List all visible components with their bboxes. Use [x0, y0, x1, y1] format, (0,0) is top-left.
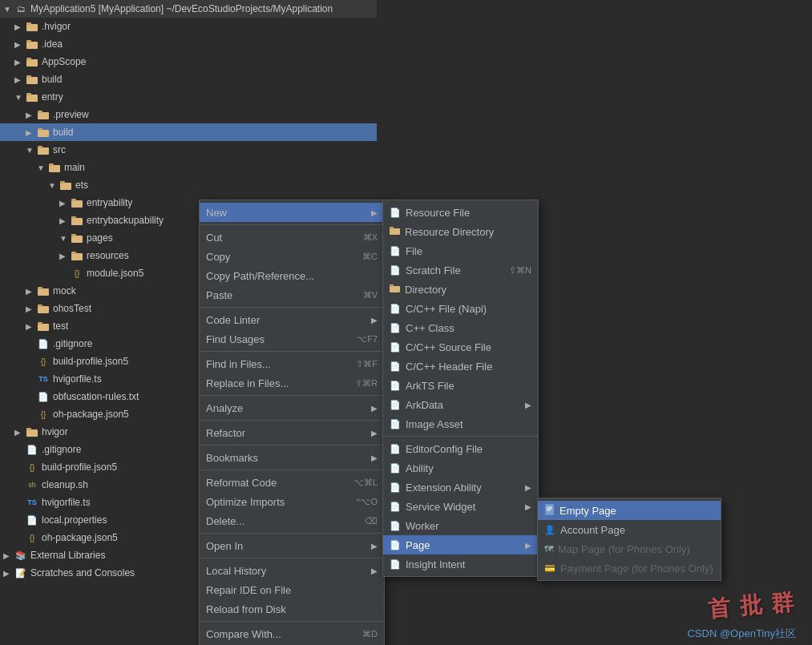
menu-item-shortcut: ⌥F7 — [357, 334, 378, 345]
menu-item-refactor[interactable]: Refactor▶ — [200, 423, 384, 442]
svg-rect-8 — [26, 95, 38, 102]
svg-rect-32 — [38, 324, 49, 331]
folder-icon — [37, 126, 50, 139]
submenu-new-item-file[interactable]: 📄File — [383, 241, 538, 260]
tree-item-label: MyApplication5 [MyApplication] ~/DevEcoS… — [30, 3, 333, 14]
tree-item-build[interactable]: ▶build — [0, 123, 377, 141]
tree-item-myapp[interactable]: ▼🗂MyApplication5 [MyApplication] ~/DevEc… — [0, 0, 377, 18]
arrow-right-icon[interactable]: ▶ — [3, 551, 14, 560]
submenu-new-item-cpp-file-napi[interactable]: 📄C/C++ File (Napi) — [383, 299, 538, 318]
tree-item-idea[interactable]: ▶.idea — [0, 35, 377, 53]
submenu-new-item-resource-file[interactable]: 📄Resource File — [383, 203, 538, 222]
tree-item-label: ohosTest — [53, 303, 91, 314]
arrow-right-icon[interactable]: ▶ — [26, 128, 37, 137]
menu-item-code-linter[interactable]: Code Linter▶ — [200, 310, 384, 329]
folder-icon — [37, 302, 50, 315]
menu-item-paste[interactable]: Paste⌘V — [200, 285, 384, 304]
menu-item-optimize-imports[interactable]: Optimize Imports^⌥O — [200, 492, 384, 511]
arrow-down-icon[interactable]: ▼ — [26, 146, 37, 155]
submenu-new-item-resource-directory[interactable]: Resource Directory — [383, 222, 538, 241]
tree-item-entry[interactable]: ▼entry — [0, 88, 377, 106]
arrow-right-icon[interactable]: ▶ — [59, 199, 71, 208]
arrow-right-icon[interactable]: ▶ — [14, 22, 26, 31]
menu-item-label: Open In — [206, 540, 243, 552]
menu-item-label: Copy — [206, 251, 230, 263]
submenu-page-item-account-page[interactable]: 👤Account Page — [538, 520, 721, 539]
menu-item-local-history[interactable]: Local History▶ — [200, 561, 384, 580]
arrow-down-icon[interactable]: ▼ — [3, 5, 14, 14]
tree-item-build-root[interactable]: ▶build — [0, 71, 377, 88]
submenu-new-item-service-widget[interactable]: 📄Service Widget▶ — [383, 497, 538, 516]
menu-item-shortcut: ⌘C — [362, 252, 378, 262]
arrow-right-icon[interactable]: ▶ — [3, 569, 14, 578]
menu-item-delete[interactable]: Delete...⌫ — [200, 511, 384, 530]
menu-item-bookmarks[interactable]: Bookmarks▶ — [200, 448, 384, 467]
submenu-new-item-insight-intent[interactable]: 📄Insight Intent — [383, 554, 538, 574]
submenu-new-item-arkts-file[interactable]: 📄ArkTS File — [383, 376, 538, 395]
submenu-item-label: Ability — [406, 462, 434, 474]
submenu-new-item-directory[interactable]: Directory — [383, 280, 538, 299]
menu-item-copy-path[interactable]: Copy Path/Reference... — [200, 266, 384, 285]
menu-item-cut[interactable]: Cut⌘X — [200, 228, 384, 247]
submenu-page[interactable]: Empty Page👤Account Page🗺Map Page (for Ph… — [537, 498, 721, 581]
menu-item-reload-from-disk[interactable]: Reload from Disk — [200, 599, 384, 619]
tree-item-preview[interactable]: ▶.preview — [0, 106, 377, 123]
submenu-new-item-page[interactable]: 📄Page▶ — [383, 535, 538, 554]
menu-item-label: Compare With... — [206, 628, 281, 640]
submenu-new-item-image-asset[interactable]: 📄Image Asset — [383, 414, 538, 433]
tree-item-label: test — [53, 320, 68, 332]
svg-rect-4 — [26, 59, 38, 67]
folder-icon — [26, 20, 38, 33]
tree-item-ets[interactable]: ▼ets — [0, 176, 377, 194]
submenu-new-item-extension-ability[interactable]: 📄Extension Ability▶ — [383, 478, 538, 497]
menu-separator — [200, 533, 384, 534]
menu-item-analyze[interactable]: Analyze▶ — [200, 398, 384, 417]
menu-separator — [200, 558, 384, 558]
submenu-new-item-cpp-source[interactable]: 📄C/C++ Source File — [383, 337, 538, 357]
menu-item-find-usages[interactable]: Find Usages⌥F7 — [200, 329, 384, 349]
menu-item-compare-with[interactable]: Compare With...⌘D — [200, 624, 384, 643]
submenu-new-item-arkdata[interactable]: 📄ArkData▶ — [383, 395, 538, 414]
arrow-right-icon[interactable]: ▶ — [14, 428, 26, 437]
arrow-right-icon[interactable]: ▶ — [26, 322, 37, 331]
submenu-new[interactable]: 📄Resource FileResource Directory📄File📄Sc… — [382, 200, 539, 577]
menu-item-find-in-files[interactable]: Find in Files...⇧⌘F — [200, 354, 384, 373]
submenu-new-item-worker[interactable]: 📄Worker — [383, 516, 538, 535]
menu-item-repair-ide[interactable]: Repair IDE on File — [200, 580, 384, 599]
arrow-down-icon[interactable]: ▼ — [14, 93, 26, 102]
arrow-right-icon[interactable]: ▶ — [14, 40, 26, 49]
arrow-down-icon[interactable]: ▼ — [37, 163, 48, 172]
menu-item-replace-in-files[interactable]: Replace in Files...⇧⌘R — [200, 373, 384, 393]
resource-directory-icon — [390, 226, 400, 238]
menu-item-reformat-code[interactable]: Reformat Code⌥⌘L — [200, 473, 384, 492]
svg-rect-10 — [38, 112, 49, 119]
submenu-item-label: ArkData — [406, 399, 443, 411]
tree-item-src[interactable]: ▼src — [0, 141, 377, 159]
arrow-down-icon[interactable]: ▼ — [48, 181, 59, 190]
context-menu[interactable]: New▶Cut⌘XCopy⌘CCopy Path/Reference...Pas… — [199, 200, 385, 645]
folder-icon — [26, 73, 38, 86]
submenu-new-item-cpp-class[interactable]: 📄C++ Class — [383, 318, 538, 337]
arrow-right-icon[interactable]: ▶ — [59, 216, 71, 225]
arrow-right-icon[interactable]: ▶ — [14, 75, 26, 84]
arrow-right-icon[interactable]: ▶ — [59, 252, 71, 260]
folder-icon — [26, 425, 38, 438]
menu-item-new[interactable]: New▶ — [200, 203, 384, 222]
arrow-right-icon[interactable]: ▶ — [26, 304, 37, 313]
submenu-page-item-empty-page[interactable]: Empty Page — [538, 501, 721, 520]
menu-item-open-in[interactable]: Open In▶ — [200, 536, 384, 555]
tree-item-hvigor[interactable]: ▶.hvigor — [0, 18, 377, 35]
tree-item-appscope[interactable]: ▶AppScope — [0, 53, 377, 71]
submenu-new-item-editorconfig[interactable]: 📄EditorConfig File — [383, 439, 538, 458]
submenu-new-item-scratch-file[interactable]: 📄Scratch File⇧⌘N — [383, 260, 538, 280]
menu-item-label: Optimize Imports — [206, 496, 285, 508]
submenu-arrow-icon: ▶ — [371, 542, 378, 550]
arrow-right-icon[interactable]: ▶ — [26, 287, 37, 296]
tree-item-main[interactable]: ▼main — [0, 159, 377, 176]
menu-item-copy[interactable]: Copy⌘C — [200, 247, 384, 266]
arrow-right-icon[interactable]: ▶ — [14, 58, 26, 67]
submenu-new-item-cpp-header[interactable]: 📄C/C++ Header File — [383, 357, 538, 376]
submenu-new-item-ability[interactable]: 📄Ability — [383, 458, 538, 478]
arrow-down-icon[interactable]: ▼ — [59, 234, 71, 243]
arrow-right-icon[interactable]: ▶ — [26, 111, 37, 119]
